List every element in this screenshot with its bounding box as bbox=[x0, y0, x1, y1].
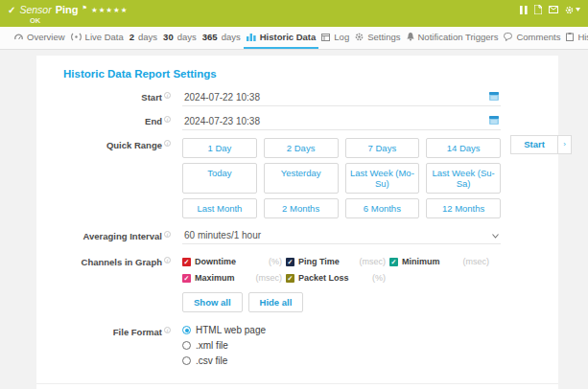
info-icon[interactable]: i bbox=[164, 231, 171, 238]
quick-range-button[interactable]: 7 Days bbox=[345, 138, 420, 158]
end-label: Endi bbox=[63, 114, 171, 126]
radio-icon[interactable] bbox=[182, 356, 191, 365]
channel-checkbox[interactable]: ✓ bbox=[389, 258, 398, 266]
file-format-row: File Formati HTML web page .xml file .cs… bbox=[63, 325, 558, 371]
file-format-option-csv[interactable]: .csv file bbox=[182, 355, 501, 366]
tab-overview[interactable]: Overview bbox=[12, 27, 68, 49]
quick-range-button[interactable]: 2 Days bbox=[264, 138, 339, 158]
hide-all-button[interactable]: Hide all bbox=[248, 292, 304, 312]
radio-icon[interactable] bbox=[182, 341, 191, 350]
tab-label: days bbox=[222, 32, 241, 42]
tab-live-data[interactable]: Live Data bbox=[68, 27, 127, 49]
priority-stars[interactable]: ★★★★★ bbox=[91, 6, 129, 14]
averaging-row: Averaging Intervali 60 minutes/1 hour bbox=[63, 229, 558, 244]
quick-range-button[interactable]: 1 Day bbox=[182, 138, 257, 158]
tab-label: Comments bbox=[516, 32, 560, 42]
quick-range-button[interactable]: Last Week (Mo-Su) bbox=[345, 163, 420, 194]
tab-number: 30 bbox=[163, 32, 174, 42]
settings-card: Historic Data Report Settings Starti 202… bbox=[36, 56, 558, 389]
radio-label: HTML web page bbox=[196, 325, 266, 335]
file-format-option-html[interactable]: HTML web page bbox=[182, 325, 501, 335]
page-title: Historic Data Report Settings bbox=[36, 56, 558, 90]
quick-range-row: Quick Rangei 1 Day 2 Days 7 Days 14 Days… bbox=[63, 138, 558, 218]
tab-comments[interactable]: Comments bbox=[501, 27, 563, 49]
tab-30-days[interactable]: 30 days bbox=[160, 27, 200, 49]
quick-range-label: Quick Rangei bbox=[63, 138, 171, 150]
tab-2-days[interactable]: 2 days bbox=[127, 27, 160, 49]
averaging-label: Averaging Intervali bbox=[63, 229, 171, 241]
channel-packet-loss: ✓ Packet Loss (%) bbox=[286, 273, 386, 283]
flag-icon: ⚑ bbox=[82, 4, 87, 11]
channel-unit: (%) bbox=[372, 273, 386, 283]
channel-name: Downtime bbox=[195, 257, 236, 266]
percentile-title: Percentile Handling bbox=[36, 384, 558, 389]
channels-label: Channels in Graphi bbox=[63, 255, 171, 267]
tab-history[interactable]: History bbox=[563, 27, 588, 49]
pause-icon[interactable] bbox=[520, 6, 528, 14]
tab-label: days bbox=[177, 32, 197, 42]
quick-range-button[interactable]: Yesterday bbox=[264, 163, 339, 194]
channel-unit: (msec) bbox=[360, 257, 387, 266]
tab-365-days[interactable]: 365 days bbox=[200, 27, 244, 49]
radio-label: .csv file bbox=[196, 355, 227, 366]
file-format-option-xml[interactable]: .xml file bbox=[182, 340, 501, 351]
tab-label: days bbox=[138, 32, 157, 42]
bar-chart-icon bbox=[247, 33, 256, 41]
quick-range-button[interactable]: 12 Months bbox=[426, 198, 501, 218]
show-all-button[interactable]: Show all bbox=[182, 292, 243, 312]
channel-checkbox[interactable]: ✓ bbox=[286, 258, 294, 266]
quick-range-button[interactable]: 14 Days bbox=[426, 138, 501, 158]
calendar-icon[interactable] bbox=[489, 91, 499, 103]
tab-number: 2 bbox=[129, 32, 134, 42]
quick-range-button[interactable]: Today bbox=[182, 163, 257, 194]
info-icon[interactable]: i bbox=[164, 116, 171, 123]
channel-unit: (%) bbox=[269, 257, 282, 266]
start-button[interactable]: Start bbox=[510, 135, 558, 154]
signal-icon bbox=[71, 33, 82, 41]
log-table-icon bbox=[321, 34, 330, 41]
tab-label: History bbox=[577, 32, 588, 42]
end-input[interactable]: 2024-07-23 10:38 bbox=[182, 114, 501, 130]
quick-range-button[interactable]: 2 Months bbox=[264, 198, 339, 218]
channel-checkbox[interactable]: ✓ bbox=[286, 274, 294, 283]
channels-row: Channels in Graphi ✓ Downtime (%) ✓ Ping… bbox=[63, 255, 558, 312]
email-icon[interactable] bbox=[549, 6, 558, 13]
gear-menu-icon[interactable] bbox=[565, 6, 580, 14]
channel-checkbox[interactable]: ✓ bbox=[182, 258, 191, 266]
tab-label: Live Data bbox=[85, 32, 124, 42]
tab-log[interactable]: Log bbox=[318, 27, 352, 49]
channel-minimum: ✓ Minimum (msec) bbox=[389, 257, 489, 266]
channel-name: Minimum bbox=[402, 257, 440, 266]
tab-historic-data[interactable]: Historic Data bbox=[244, 27, 319, 49]
chevron-down-icon bbox=[492, 230, 499, 240]
info-icon[interactable]: i bbox=[164, 327, 171, 333]
info-icon[interactable]: i bbox=[164, 257, 171, 263]
tab-label: Settings bbox=[367, 32, 400, 42]
sensor-name: Ping bbox=[56, 4, 79, 15]
gauge-icon bbox=[14, 33, 23, 41]
report-icon[interactable] bbox=[534, 5, 542, 14]
start-input[interactable]: 2024-07-22 10:38 bbox=[182, 90, 501, 106]
quick-range-button[interactable]: 6 Months bbox=[345, 198, 420, 218]
info-icon[interactable]: i bbox=[164, 92, 171, 99]
radio-icon[interactable] bbox=[182, 326, 191, 334]
calendar-icon[interactable] bbox=[489, 115, 499, 126]
start-arrow-button[interactable]: › bbox=[558, 135, 572, 154]
gear-icon bbox=[355, 33, 364, 41]
channel-ping-time: ✓ Ping Time (msec) bbox=[286, 257, 386, 266]
channel-checkbox[interactable]: ✓ bbox=[182, 274, 191, 283]
quick-range-button[interactable]: Last Week (Su-Sa) bbox=[426, 163, 501, 194]
clipboard-icon bbox=[566, 33, 574, 41]
tab-settings[interactable]: Settings bbox=[352, 27, 403, 49]
file-format-label: File Formati bbox=[63, 325, 171, 337]
sensor-header: ✓ Sensor Ping ⚑ ★★★★★ OK bbox=[0, 0, 588, 27]
status-badge: OK bbox=[30, 16, 40, 25]
start-label: Starti bbox=[63, 90, 171, 103]
info-icon[interactable]: i bbox=[164, 140, 171, 147]
tab-notification-triggers[interactable]: Notification Triggers bbox=[404, 27, 502, 49]
quick-range-button[interactable]: Last Month bbox=[182, 198, 257, 218]
channel-downtime: ✓ Downtime (%) bbox=[182, 257, 282, 266]
start-report-control: Start › bbox=[510, 135, 572, 154]
end-value: 2024-07-23 10:38 bbox=[184, 116, 260, 126]
averaging-select[interactable]: 60 minutes/1 hour bbox=[182, 229, 501, 244]
